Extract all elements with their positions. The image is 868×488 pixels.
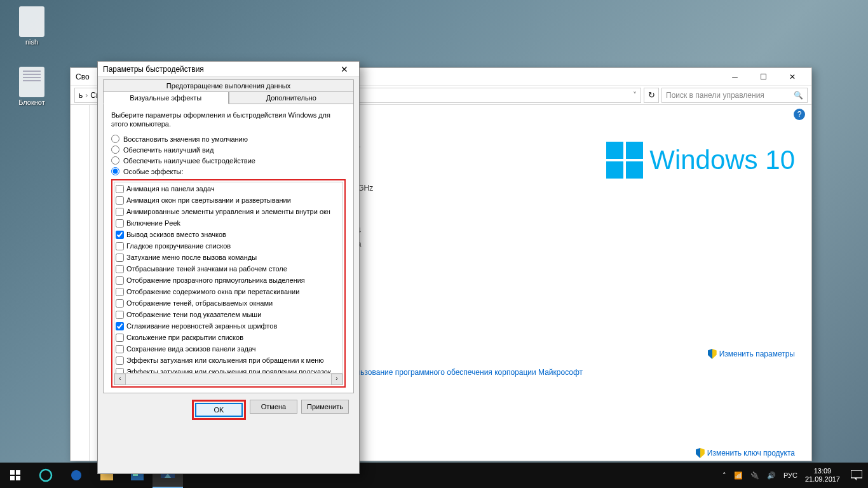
effect-checkbox[interactable]: [116, 311, 124, 319]
dropdown-arrow-icon[interactable]: ˅: [633, 91, 637, 100]
effect-checkbox-row[interactable]: Отображение теней, отбрасываемых окнами: [116, 297, 341, 309]
effect-label: Анимация окон при свертывании и разверты…: [126, 194, 291, 206]
effect-label: Анимация на панели задач: [126, 183, 215, 194]
horizontal-scrollbar[interactable]: ‹ ›: [114, 373, 342, 384]
effect-checkbox-row[interactable]: Отбрасывание теней значками на рабочем с…: [116, 263, 341, 274]
taskbar-clock[interactable]: 13:09 21.09.2017: [805, 467, 840, 484]
start-button[interactable]: [0, 463, 31, 488]
effect-checkbox[interactable]: [116, 334, 124, 342]
change-settings-link[interactable]: Изменить параметры: [708, 349, 795, 359]
effect-checkbox-row[interactable]: Анимация окон при свертывании и разверты…: [116, 194, 341, 206]
effect-checkbox-row[interactable]: Анимация на панели задач: [116, 183, 341, 194]
clock-date: 21.09.2017: [805, 475, 840, 484]
tray-power-icon[interactable]: 🔌: [750, 471, 759, 480]
effects-highlight-box: Анимация на панели задачАнимация окон пр…: [111, 179, 346, 388]
radio-best-appearance[interactable]: Обеспечить наилучший вид: [111, 146, 346, 154]
svg-rect-2: [10, 476, 15, 480]
effect-checkbox[interactable]: [116, 196, 124, 205]
system-tray: ˄ 📶 🔌 🔊 РУС 13:09 21.09.2017: [717, 467, 845, 484]
effect-checkbox-row[interactable]: Сохранение вида эскизов панели задач: [116, 343, 341, 355]
scroll-track[interactable]: [126, 374, 331, 384]
folder-icon: [19, 6, 44, 37]
minimize-button[interactable]: ─: [721, 68, 749, 86]
close-button[interactable]: ✕: [778, 68, 806, 86]
scroll-right-button[interactable]: ›: [331, 374, 342, 385]
close-button[interactable]: ✕: [335, 62, 354, 76]
ok-highlight: OK: [192, 400, 246, 420]
tab-advanced[interactable]: Дополнительно: [229, 92, 355, 104]
effect-checkbox-row[interactable]: Анимированные элементы управления и элем…: [116, 206, 341, 217]
effect-checkbox-row[interactable]: Скольжение при раскрытии списков: [116, 332, 341, 343]
scroll-left-button[interactable]: ‹: [114, 374, 126, 385]
effect-checkbox-row[interactable]: Отображение тени под указателем мыши: [116, 309, 341, 320]
effect-checkbox[interactable]: [116, 265, 124, 273]
effect-checkbox[interactable]: [116, 356, 124, 365]
taskbar-app[interactable]: [61, 463, 92, 488]
effect-label: Гладкое прокручивание списков: [126, 240, 231, 252]
tray-chevron-up-icon[interactable]: ˄: [722, 471, 726, 480]
effect-checkbox-row[interactable]: Отображение содержимого окна при перетас…: [116, 286, 341, 297]
effect-checkbox-row[interactable]: Включение Peek: [116, 217, 341, 229]
tray-network-icon[interactable]: 📶: [734, 471, 743, 480]
effect-checkbox[interactable]: [116, 299, 124, 308]
tab-dep[interactable]: Предотвращение выполнения данных: [103, 79, 354, 92]
help-icon[interactable]: ?: [794, 109, 805, 120]
notepad-icon: [19, 67, 44, 97]
effect-label: Отображение тени под указателем мыши: [126, 309, 261, 320]
shield-icon: [696, 448, 705, 458]
maximize-button[interactable]: ☐: [749, 68, 778, 86]
svg-point-5: [71, 470, 81, 480]
tray-language[interactable]: РУС: [783, 471, 797, 479]
radio-custom[interactable]: Особые эффекты:: [111, 167, 346, 175]
desktop-icon-folder[interactable]: nish: [10, 6, 54, 46]
effect-label: Отображение содержимого окна при перетас…: [126, 286, 299, 297]
radio-default[interactable]: Восстановить значения по умолчанию: [111, 135, 346, 143]
dialog-titlebar[interactable]: Параметры быстродействия ✕: [98, 62, 359, 77]
effect-label: Отбрасывание теней значками на рабочем с…: [126, 263, 287, 274]
tab-visual-effects[interactable]: Визуальные эффекты: [103, 92, 229, 104]
radio-best-performance[interactable]: Обеспечить наилучшее быстродействие: [111, 156, 346, 165]
effect-label: Отображение теней, отбрасываемых окнами: [126, 297, 273, 309]
effect-checkbox[interactable]: [116, 219, 124, 227]
ok-button[interactable]: OK: [195, 403, 243, 417]
effect-checkbox[interactable]: [116, 231, 124, 239]
effect-checkbox-row[interactable]: Сглаживание неровностей экранных шрифтов: [116, 320, 341, 332]
breadcrumb-item[interactable]: ь: [79, 91, 83, 100]
desktop-icon-label: nish: [10, 38, 54, 46]
effect-checkbox[interactable]: [116, 254, 124, 262]
windows-brand-text: Windows 10: [649, 145, 795, 175]
effect-checkbox[interactable]: [116, 208, 124, 216]
effect-checkbox-row[interactable]: Гладкое прокручивание списков: [116, 240, 341, 252]
desktop-icon-notepad[interactable]: Блокнот: [10, 67, 54, 106]
chevron-right-icon: ›: [85, 91, 88, 100]
effect-label: Сохранение вида эскизов панели задач: [126, 343, 256, 355]
effect-label: Отображение прозрачного прямоугольника в…: [126, 274, 305, 286]
effect-checkbox[interactable]: [116, 185, 124, 193]
search-input[interactable]: Поиск в панели управления 🔍: [661, 88, 808, 103]
effect-label: Эффекты затухания или скольжения при поя…: [126, 366, 331, 373]
explorer-sidebar: [71, 105, 90, 461]
apply-button[interactable]: Применить: [301, 400, 349, 414]
effects-list[interactable]: Анимация на панели задачАнимация окон пр…: [114, 182, 342, 373]
effect-checkbox[interactable]: [116, 368, 124, 374]
taskbar-edge[interactable]: [31, 463, 61, 488]
effect-checkbox[interactable]: [116, 322, 124, 330]
search-placeholder: Поиск в панели управления: [666, 91, 764, 100]
cancel-button[interactable]: Отмена: [250, 400, 297, 414]
effect-checkbox[interactable]: [116, 276, 124, 285]
refresh-button[interactable]: ↻: [644, 88, 659, 103]
effect-checkbox-row[interactable]: Эффекты затухания или скольжения при поя…: [116, 366, 341, 373]
tray-volume-icon[interactable]: 🔊: [767, 471, 776, 480]
change-product-key-link[interactable]: Изменить ключ продукта: [696, 448, 795, 458]
svg-point-4: [40, 470, 51, 481]
effect-label: Включение Peek: [126, 217, 180, 229]
effect-checkbox[interactable]: [116, 242, 124, 250]
effect-checkbox[interactable]: [116, 345, 124, 353]
effect-checkbox-row[interactable]: Затухание меню после вызова команды: [116, 252, 341, 263]
instruction-text: Выберите параметры оформления и быстроде…: [111, 111, 346, 128]
effect-checkbox[interactable]: [116, 288, 124, 296]
effect-checkbox-row[interactable]: Отображение прозрачного прямоугольника в…: [116, 274, 341, 286]
action-center-button[interactable]: [845, 463, 868, 488]
effect-checkbox-row[interactable]: Эффекты затухания или скольжения при обр…: [116, 355, 341, 366]
effect-checkbox-row[interactable]: Вывод эскизов вместо значков: [116, 229, 341, 240]
